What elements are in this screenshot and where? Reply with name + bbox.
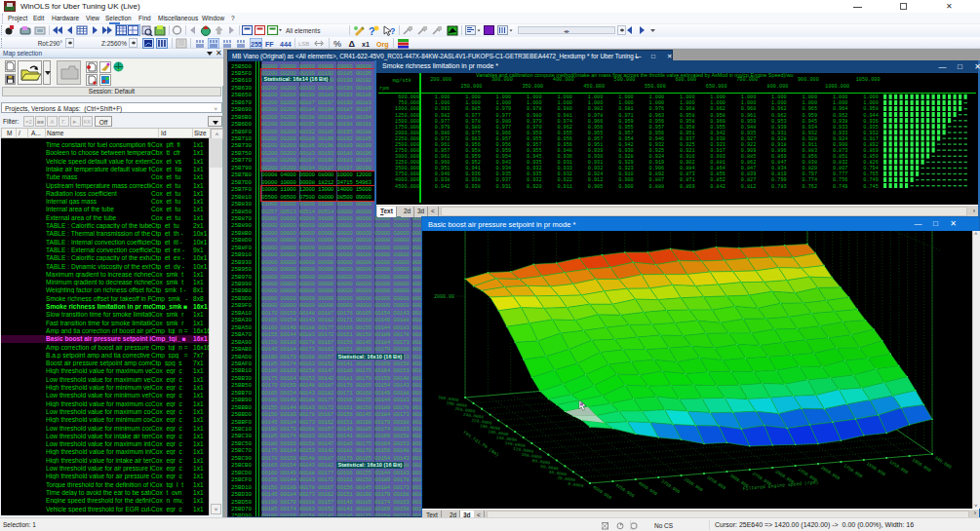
- svg-text:Filtered engine speed (rpm): Filtered engine speed (rpm): [743, 479, 819, 491]
- svg-text:4250.000: 4250.000: [614, 482, 635, 498]
- svg-text:1250.000: 1250.000: [888, 459, 909, 474]
- svg-text:4000.000: 4000.000: [638, 480, 658, 496]
- svg-text:?: ?: [390, 26, 395, 36]
- svg-text:1750.000: 1750.000: [843, 463, 863, 478]
- svg-text:x1: x1: [362, 40, 370, 47]
- svg-text:2000.000: 2000.000: [820, 465, 841, 480]
- svg-text:1500.000: 1500.000: [866, 461, 886, 476]
- svg-text:0.0000: 0.0000: [568, 481, 584, 488]
- svg-text:%: %: [333, 39, 341, 49]
- svg-text:2000.00: 2000.00: [434, 294, 454, 300]
- svg-text:Org: Org: [376, 40, 388, 48]
- svg-text:255: 255: [251, 40, 262, 47]
- svg-text:444: 444: [280, 40, 292, 47]
- svg-text:Δ: Δ: [349, 39, 356, 49]
- svg-text:1000.000: 1000.000: [912, 457, 932, 473]
- svg-text:LSB: LSB: [298, 41, 309, 47]
- svg-text:940.000: 940.000: [934, 455, 953, 470]
- svg-text:FF: FF: [265, 40, 274, 47]
- svg-text:4500.000: 4500.000: [592, 484, 612, 500]
- svg-text:3750.000: 3750.000: [660, 478, 681, 494]
- svg-text:3250.000: 3250.000: [706, 474, 726, 490]
- svg-text:3500.000: 3500.000: [684, 476, 704, 492]
